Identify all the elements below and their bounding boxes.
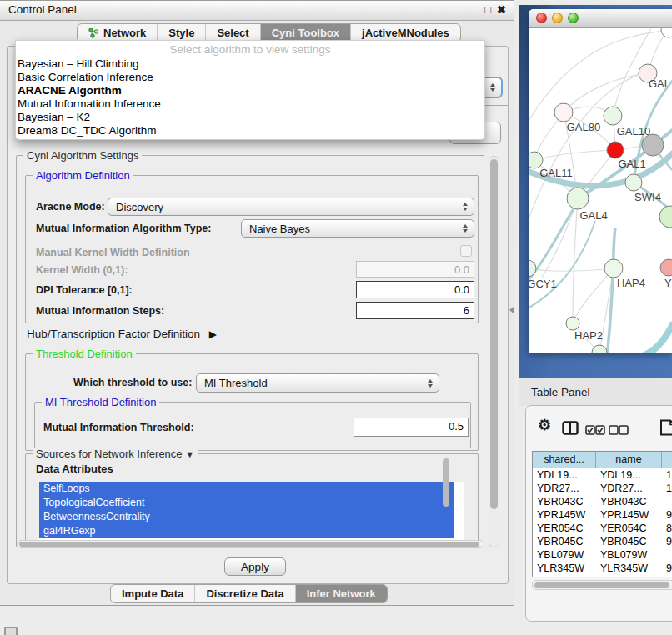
- table-row[interactable]: YBL079WYBL079W: [533, 548, 672, 562]
- gear-icon[interactable]: ⚙: [538, 416, 551, 434]
- table-row[interactable]: YJL053CYJL053C9: [533, 575, 672, 578]
- table-cell[interactable]: YBR043C: [533, 495, 596, 508]
- table-cell[interactable]: YER054C: [596, 522, 662, 535]
- data-attribute-item[interactable]: TopologicalCoefficient: [39, 496, 454, 510]
- network-window-titlebar[interactable]: [529, 9, 672, 28]
- network-node[interactable]: [604, 259, 623, 278]
- panel-corner-icon[interactable]: [4, 627, 18, 635]
- table-cell[interactable]: YDL19...: [596, 468, 662, 482]
- mi-threshold-field[interactable]: 0.5: [354, 418, 469, 437]
- settings-vertical-scrollbar-thumb[interactable]: [490, 159, 498, 509]
- algorithm-option[interactable]: ARACNE Algorithm: [16, 84, 484, 98]
- table-cell[interactable]: YBL079W: [533, 548, 596, 562]
- network-node[interactable]: [592, 345, 607, 353]
- minimize-traffic-light[interactable]: [552, 12, 563, 23]
- sources-group-title[interactable]: Sources for Network Inference ▼: [33, 448, 198, 460]
- manual-kernel-checkbox[interactable]: [460, 245, 472, 257]
- table-row[interactable]: YDL19...YDL19...13: [533, 468, 672, 482]
- table-cell[interactable]: YPR145W: [596, 508, 662, 522]
- table-cell[interactable]: 9.: [662, 508, 672, 522]
- table-cell[interactable]: [662, 495, 672, 508]
- dpi-tolerance-field[interactable]: 0.0: [356, 281, 474, 298]
- tab-jactivemnodules[interactable]: jActiveMNodules: [351, 24, 460, 42]
- tab-cyni-toolbox[interactable]: Cyni Toolbox: [261, 24, 351, 42]
- table-cell[interactable]: 9.: [662, 562, 672, 575]
- mi-type-combo[interactable]: Naive Bayes: [241, 219, 474, 238]
- tab-select[interactable]: Select: [206, 24, 260, 42]
- table-cell[interactable]: YBL079W: [596, 548, 662, 562]
- data-attributes-list[interactable]: SelfLoopsTopologicalCoefficientBetweenne…: [39, 482, 464, 540]
- columns-icon[interactable]: [562, 421, 579, 438]
- table-horizontal-scrollbar-thumb[interactable]: [534, 582, 669, 588]
- table-row[interactable]: YPR145WYPR145W9.: [533, 508, 672, 522]
- data-attribute-item[interactable]: SelfLoops: [39, 482, 454, 496]
- network-node[interactable]: [604, 107, 622, 125]
- algorithm-option[interactable]: Dream8 DC_TDC Algorithm: [16, 124, 484, 138]
- table-cell[interactable]: YDR27...: [533, 482, 596, 495]
- select-all-checkboxes-icon[interactable]: [585, 423, 605, 438]
- column-header-shared-name[interactable]: shared...: [533, 452, 596, 468]
- close-traffic-light[interactable]: [536, 12, 547, 23]
- column-header-name[interactable]: name: [596, 452, 662, 468]
- table-row[interactable]: YBR043CYBR043C: [533, 495, 672, 508]
- aracne-mode-combo[interactable]: Discovery: [108, 198, 474, 216]
- table-cell[interactable]: YLR345W: [533, 562, 596, 575]
- close-window-icon[interactable]: ✖: [497, 3, 506, 17]
- table-cell[interactable]: YLR345W: [596, 562, 662, 575]
- table-cell[interactable]: 9: [662, 575, 672, 578]
- network-node[interactable]: [625, 174, 642, 191]
- network-node[interactable]: [660, 259, 672, 276]
- table-cell[interactable]: YJL053C: [596, 575, 662, 578]
- zoom-traffic-light[interactable]: [568, 12, 579, 23]
- table-cell[interactable]: 12: [662, 482, 672, 495]
- network-node[interactable]: [554, 103, 573, 122]
- settings-horizontal-scrollbar[interactable]: [17, 540, 484, 548]
- network-node[interactable]: [529, 260, 536, 277]
- data-attribute-item[interactable]: gal4RGexp: [39, 524, 454, 538]
- table-cell[interactable]: YDR27...: [596, 482, 662, 495]
- table-cell[interactable]: [662, 548, 672, 562]
- collapse-down-icon[interactable]: ▼: [185, 449, 194, 459]
- table-cell[interactable]: 9.: [662, 535, 672, 548]
- settings-vertical-scrollbar[interactable]: [489, 156, 499, 548]
- table-cell[interactable]: YJL053C: [533, 575, 596, 578]
- algorithm-option[interactable]: Basic Correlation Inference: [16, 71, 484, 84]
- tab-infer-network[interactable]: Infer Network: [296, 585, 387, 602]
- algorithm-option[interactable]: Bayesian – Hill Climbing: [16, 58, 484, 71]
- network-canvas[interactable]: GALGAL80GAL10GAL1GAL11SWI4GAL4GCY1HAP4YH…: [529, 28, 672, 353]
- tab-style[interactable]: Style: [158, 24, 206, 42]
- hub-definition-toggle[interactable]: Hub/Transcription Factor Definition ▶: [27, 328, 217, 340]
- deselect-all-checkboxes-icon[interactable]: [609, 423, 629, 438]
- column-header-partial[interactable]: [662, 452, 672, 468]
- kernel-width-field[interactable]: 0.0: [356, 261, 474, 278]
- table-row[interactable]: YDR27...YDR27...12: [533, 482, 672, 495]
- table-cell[interactable]: YPR145W: [533, 508, 596, 522]
- settings-horizontal-scrollbar-thumb[interactable]: [19, 542, 479, 547]
- network-node[interactable]: [642, 134, 664, 156]
- document-icon[interactable]: [659, 419, 672, 439]
- table-row[interactable]: YLR345WYLR345W9.: [533, 562, 672, 575]
- table-cell[interactable]: YER054C: [533, 522, 596, 535]
- expand-right-icon[interactable]: ▶: [209, 328, 217, 340]
- mi-steps-field[interactable]: 6: [356, 302, 474, 319]
- float-window-icon[interactable]: □: [484, 3, 491, 17]
- which-threshold-combo[interactable]: MI Threshold: [196, 373, 439, 392]
- tab-impute-data[interactable]: Impute Data: [111, 585, 195, 602]
- network-node[interactable]: [659, 206, 672, 228]
- network-node[interactable]: [529, 152, 543, 168]
- algorithm-option[interactable]: Bayesian – K2: [16, 111, 484, 124]
- network-node[interactable]: [661, 28, 672, 38]
- panel-splitter-handle[interactable]: [509, 307, 514, 313]
- table-cell[interactable]: YBR043C: [596, 495, 662, 508]
- data-attribute-item[interactable]: BetweennessCentrality: [39, 510, 454, 524]
- algorithm-option[interactable]: Mutual Information Inference: [16, 98, 484, 111]
- network-node[interactable]: [567, 188, 589, 209]
- tab-discretize-data[interactable]: Discretize Data: [195, 585, 295, 602]
- tab-network[interactable]: Network: [78, 24, 158, 42]
- network-node[interactable]: [566, 317, 579, 330]
- table-row[interactable]: YBR045CYBR045C9.: [533, 535, 672, 548]
- table-cell[interactable]: 13: [662, 468, 672, 482]
- network-node[interactable]: [607, 142, 624, 158]
- table-cell[interactable]: YBR045C: [596, 535, 662, 548]
- table-row[interactable]: YER054CYER054C8.: [533, 522, 672, 535]
